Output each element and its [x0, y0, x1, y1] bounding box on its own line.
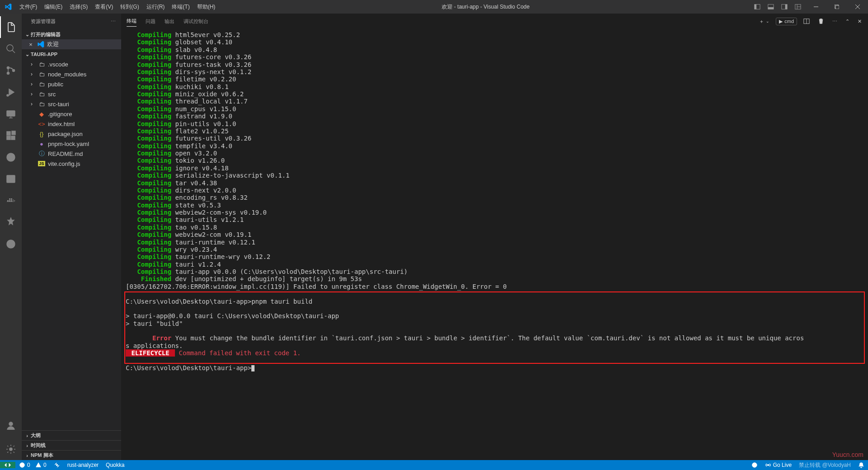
quokka[interactable]: Quokka: [102, 462, 128, 468]
ports-icon[interactable]: [50, 462, 64, 468]
svg-rect-30: [7, 175, 15, 183]
maximize-panel-icon[interactable]: ⌃: [844, 18, 851, 25]
svg-rect-24: [7, 132, 10, 135]
terminal-output[interactable]: Compiling html5ever v0.25.2 Compiling gl…: [121, 29, 868, 460]
tab-problems[interactable]: 问题: [146, 16, 156, 27]
errors-count[interactable]: 0 0: [15, 462, 50, 468]
remote-button[interactable]: [0, 462, 15, 468]
tab-output[interactable]: 输出: [165, 16, 175, 27]
svg-rect-11: [835, 5, 839, 9]
activity-extensions-icon[interactable]: [0, 125, 22, 146]
sidebar-title: 资源管理器 ⋯: [22, 14, 121, 29]
tree-item[interactable]: JSvite.config.js: [22, 159, 121, 169]
rust-analyzer[interactable]: rust-analyzer: [64, 462, 102, 468]
svg-point-49: [767, 464, 769, 466]
vscode-logo-icon: [0, 3, 16, 10]
tree-item[interactable]: ⓘREADME.md: [22, 149, 121, 159]
activity-settings-icon[interactable]: [0, 438, 22, 460]
panel-tabs: 终端 问题 输出 调试控制台 ＋⌄ ▶cmd ⋯ ⌃ ✕: [121, 14, 868, 29]
statusbar: 0 0 rust-analyzer Quokka Go Live 禁止转载 @V…: [0, 460, 868, 470]
panel-actions: ＋⌄ ▶cmd ⋯ ⌃ ✕: [757, 17, 863, 26]
window-controls: [806, 0, 868, 14]
activity-git-icon[interactable]: [0, 60, 22, 81]
npm-header[interactable]: ›NPM 脚本: [22, 450, 121, 460]
activity-ext2-icon[interactable]: [0, 233, 22, 255]
tab-debug[interactable]: 调试控制台: [184, 16, 208, 27]
menu-run[interactable]: 运行(R): [143, 0, 169, 14]
svg-point-14: [7, 45, 13, 51]
chevron-right-icon: ›: [24, 433, 31, 438]
chevron-right-icon: ›: [24, 443, 31, 448]
sidebar-more-icon[interactable]: ⋯: [111, 19, 116, 24]
vscode-icon: [37, 41, 44, 48]
activity-explorer-icon[interactable]: [0, 16, 22, 38]
tab-terminal[interactable]: 终端: [127, 16, 137, 27]
svg-point-46: [38, 466, 39, 466]
svg-line-15: [12, 50, 15, 53]
menu-view[interactable]: 查看(V): [91, 0, 117, 14]
window-title: 欢迎 - tauri-app - Visual Studio Code: [219, 3, 752, 11]
outline-header[interactable]: ›大纲: [22, 430, 121, 440]
open-editor-item[interactable]: × 欢迎: [22, 39, 121, 49]
tree-item[interactable]: ›🗀.vscode: [22, 59, 121, 69]
activity-remote-icon[interactable]: [0, 103, 22, 125]
menu-edit[interactable]: 编辑(E): [41, 0, 66, 14]
tree-item[interactable]: ›🗀public: [22, 79, 121, 89]
svg-rect-35: [9, 198, 10, 200]
menu-selection[interactable]: 选择(S): [66, 0, 91, 14]
panel-more-icon[interactable]: ⋯: [830, 18, 839, 25]
maximize-button[interactable]: [826, 0, 847, 14]
kill-terminal-icon[interactable]: [816, 17, 826, 25]
tree-item[interactable]: ●pnpm-lock.yaml: [22, 139, 121, 149]
close-icon[interactable]: ×: [27, 41, 34, 48]
tree-item[interactable]: <>index.html: [22, 119, 121, 129]
main-area: 资源管理器 ⋯ ⌄ 打开的编辑器 × 欢迎 ⌄ TAURI-APP ›🗀.vsc…: [0, 14, 868, 460]
go-live-button[interactable]: Go Live: [761, 462, 795, 468]
svg-rect-27: [12, 131, 15, 135]
titlebar: 文件(F) 编辑(E) 选择(S) 查看(V) 转到(G) 运行(R) 终端(T…: [0, 0, 868, 14]
svg-point-17: [7, 72, 9, 75]
title-right-icons: [752, 2, 806, 12]
layout-toggle-left-icon[interactable]: [752, 2, 762, 12]
tree-item[interactable]: ◆.gitignore: [22, 109, 121, 119]
svg-rect-3: [768, 7, 774, 9]
tree-item[interactable]: {}package.json: [22, 129, 121, 139]
shell-selector[interactable]: ▶cmd: [776, 18, 797, 25]
close-button[interactable]: [847, 0, 868, 14]
tree-item[interactable]: ›🗀src-tauri: [22, 99, 121, 109]
tree-item[interactable]: ›🗀src: [22, 89, 121, 99]
menu-terminal[interactable]: 终端(T): [168, 0, 193, 14]
svg-point-29: [9, 155, 13, 159]
activity-ext1-icon[interactable]: [0, 212, 22, 233]
activity-test-icon[interactable]: [0, 146, 22, 168]
activity-debug-icon[interactable]: [0, 81, 22, 103]
activity-cmd-icon[interactable]: [0, 168, 22, 190]
bell-icon[interactable]: [854, 462, 868, 468]
menu-help[interactable]: 帮助(H): [193, 0, 219, 14]
close-panel-icon[interactable]: ✕: [856, 18, 863, 25]
svg-rect-36: [11, 198, 12, 200]
activity-docker-icon[interactable]: [0, 190, 22, 212]
layout-toggle-bottom-icon[interactable]: [766, 2, 776, 12]
feedback-icon[interactable]: [748, 462, 761, 468]
project-header[interactable]: ⌄ TAURI-APP: [22, 49, 121, 59]
split-terminal-icon[interactable]: [802, 17, 811, 25]
svg-point-48: [752, 463, 757, 468]
activity-account-icon[interactable]: [0, 415, 22, 437]
layout-toggle-right-icon[interactable]: [779, 2, 789, 12]
activity-search-icon[interactable]: [0, 38, 22, 60]
svg-point-16: [7, 67, 9, 69]
svg-rect-21: [7, 111, 15, 116]
tree-item[interactable]: ›🗀node_modules: [22, 69, 121, 79]
new-terminal-button[interactable]: ＋⌄: [757, 17, 771, 26]
customize-layout-icon[interactable]: [793, 2, 803, 12]
svg-point-39: [9, 448, 12, 451]
file-tree: ›🗀.vscode›🗀node_modules›🗀public›🗀src›🗀sr…: [22, 59, 121, 169]
menu-goto[interactable]: 转到(G): [117, 0, 142, 14]
menu-file[interactable]: 文件(F): [16, 0, 41, 14]
status-watermark: 禁止转载 @VolodyaH: [795, 461, 854, 469]
timeline-header[interactable]: ›时间线: [22, 440, 121, 450]
svg-point-18: [13, 70, 15, 72]
minimize-button[interactable]: [806, 0, 826, 14]
open-editors-header[interactable]: ⌄ 打开的编辑器: [22, 29, 121, 39]
